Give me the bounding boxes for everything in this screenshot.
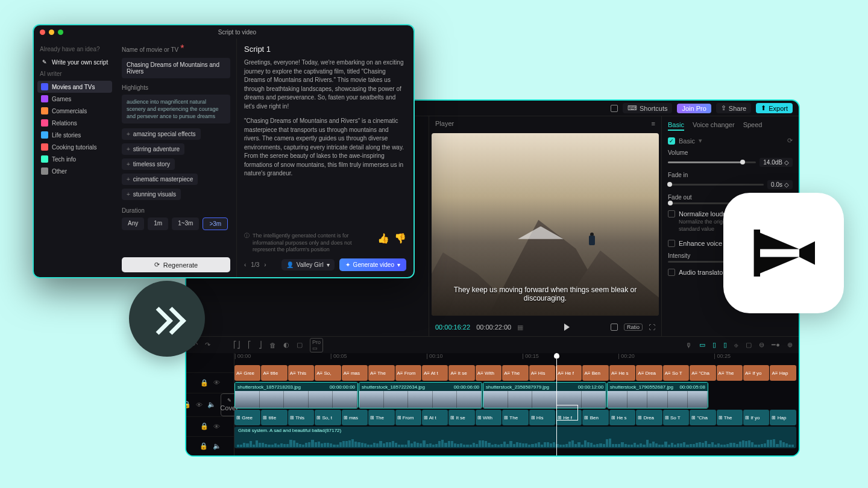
player-menu-icon[interactable]: ≡ bbox=[652, 120, 655, 127]
write-own-script[interactable]: ✎Write your own script bbox=[37, 56, 112, 68]
voice-select[interactable]: 👤 Valley Girl ▾ bbox=[281, 259, 335, 271]
caption-clip[interactable]: ⊞ He s bbox=[609, 410, 635, 425]
audio-clip[interactable]: Ghibli system. A sad and beautiful balla… bbox=[234, 427, 796, 448]
mute-icon[interactable]: 🔈 bbox=[213, 442, 221, 450]
text-clip[interactable]: A≡ mas bbox=[342, 365, 368, 381]
shortcuts-button[interactable]: ⌨ Shortcuts bbox=[623, 103, 672, 113]
generate-video-button[interactable]: Generate video ▾ bbox=[339, 258, 406, 271]
minimize-icon[interactable] bbox=[49, 30, 54, 35]
highlight-tag[interactable]: amazing special effects bbox=[122, 128, 201, 140]
normalize-checkbox[interactable] bbox=[668, 210, 675, 217]
link-icon[interactable]: ⎆ bbox=[734, 342, 738, 349]
video-clip[interactable]: shutterstock_2358587979.jpg00:00:12:00 bbox=[483, 382, 606, 408]
duration-option[interactable]: Any bbox=[122, 217, 144, 230]
lock-icon[interactable]: 🔒 bbox=[200, 379, 209, 387]
fadein-value[interactable]: 0.0s ◇ bbox=[767, 180, 793, 189]
caption-clip[interactable]: ⊞ Hap bbox=[770, 410, 796, 425]
text-clip[interactable]: A≡ Drea bbox=[636, 365, 662, 381]
text-clip[interactable]: A≡ Gree bbox=[234, 365, 260, 381]
caption-clip[interactable]: ⊞ At t bbox=[422, 410, 448, 425]
text-clip[interactable]: A≡ The bbox=[717, 365, 743, 381]
play-button[interactable] bbox=[564, 324, 570, 331]
close-icon[interactable] bbox=[40, 30, 45, 35]
text-clip[interactable]: A≡ It se bbox=[448, 365, 474, 381]
sidebar-item-tech[interactable]: Tech info bbox=[37, 153, 112, 165]
caption-clip[interactable]: ⊞ This bbox=[288, 410, 314, 425]
sidebar-item-cooking[interactable]: Cooking tutorials bbox=[37, 141, 112, 153]
text-clip[interactable]: A≡ "Cha bbox=[690, 365, 715, 381]
thumbs-down-icon[interactable]: 👎 bbox=[394, 233, 406, 244]
text-clip[interactable]: A≡ He s bbox=[609, 365, 635, 381]
mic-icon[interactable]: 🎙 bbox=[685, 342, 692, 349]
tool-icon-1[interactable]: ◐ bbox=[283, 341, 289, 349]
trim-left-icon[interactable]: ⎡ bbox=[248, 341, 251, 349]
timeline-tracks[interactable]: | 00:00| 00:05| 00:10| 00:15| 00:20| 00:… bbox=[234, 353, 799, 457]
lock-icon[interactable]: 🔒 bbox=[200, 422, 209, 430]
snap-icon[interactable]: ▭ bbox=[699, 341, 705, 349]
caption-clip[interactable]: ⊞ The bbox=[502, 410, 528, 425]
text-clip[interactable]: A≡ The bbox=[502, 365, 528, 381]
text-clip[interactable]: A≡ If yo bbox=[743, 365, 769, 381]
track-icon-1[interactable]: ▯ bbox=[712, 341, 716, 349]
sidebar-item-games[interactable]: Games bbox=[37, 93, 112, 105]
tool-icon-2[interactable]: ▢ bbox=[297, 341, 303, 349]
delete-icon[interactable]: 🗑 bbox=[269, 342, 276, 349]
tab-voice-changer[interactable]: Voice changer bbox=[693, 121, 735, 131]
basic-checkbox[interactable]: ✓ bbox=[668, 137, 675, 145]
fadein-slider[interactable] bbox=[668, 184, 764, 186]
caption-clip[interactable]: ⊞ His bbox=[529, 410, 555, 425]
mute-icon[interactable]: 🔈 bbox=[207, 401, 216, 408]
sidebar-item-movies[interactable]: Movies and TVs bbox=[37, 81, 112, 93]
reset-icon[interactable]: ⟳ bbox=[787, 137, 793, 145]
text-clip[interactable]: A≡ His bbox=[529, 365, 555, 381]
sidebar-item-other[interactable]: Other bbox=[37, 165, 112, 177]
caption-clip[interactable]: ⊞ The bbox=[717, 410, 743, 425]
movie-name-input[interactable]: Chasing Dreams of Mountains and Rivers bbox=[122, 58, 230, 78]
auto-caption-icon[interactable]: Pro▭ bbox=[310, 338, 323, 352]
next-script-icon[interactable]: › bbox=[264, 261, 266, 268]
highlight-tag[interactable]: stunning visuals bbox=[122, 189, 181, 200]
highlight-tag[interactable]: cinematic masterpiece bbox=[122, 174, 198, 185]
text-clip[interactable]: A≡ So T bbox=[663, 365, 689, 381]
track-icon-2[interactable]: ▯ bbox=[723, 341, 727, 349]
ratio-button[interactable]: Ratio bbox=[624, 324, 643, 331]
lock-icon[interactable]: 🔒 bbox=[185, 401, 191, 408]
caption-clip[interactable]: ⊞ Ben bbox=[582, 410, 608, 425]
caption-clip[interactable]: ⊞ "Cha bbox=[690, 410, 715, 425]
caption-clip[interactable]: ⊞ The bbox=[368, 410, 394, 425]
duration-option[interactable]: 1~3m bbox=[172, 217, 199, 230]
text-clip[interactable]: A≡ This bbox=[288, 365, 314, 381]
split-icon[interactable]: ⎡⎦ bbox=[233, 341, 241, 349]
eye-icon[interactable]: 👁 bbox=[213, 379, 220, 386]
redo-icon[interactable]: ↷ bbox=[205, 341, 210, 349]
sidebar-item-commercials[interactable]: Commercials bbox=[37, 105, 112, 117]
selection-box[interactable] bbox=[556, 405, 578, 421]
tab-speed[interactable]: Speed bbox=[743, 121, 763, 131]
regenerate-button[interactable]: ⟳ Regenerate bbox=[122, 257, 230, 272]
sidebar-item-life[interactable]: Life stories bbox=[37, 129, 112, 141]
text-clip[interactable]: A≡ The bbox=[368, 365, 394, 381]
caption-clip[interactable]: ⊞ It se bbox=[448, 410, 474, 425]
caption-clip[interactable]: ⊞ So, t bbox=[315, 410, 341, 425]
aspect-icon[interactable] bbox=[611, 105, 618, 112]
eye-icon[interactable]: 👁 bbox=[196, 401, 203, 408]
volume-value[interactable]: 14.0dB ◇ bbox=[760, 158, 793, 167]
duration-option[interactable]: >3m bbox=[203, 217, 228, 230]
caption-clip[interactable]: ⊞ title bbox=[261, 410, 287, 425]
volume-slider[interactable] bbox=[668, 161, 756, 163]
video-clip[interactable]: shutterstock_1857218203.jpg00:00:00:00 bbox=[234, 382, 358, 408]
export-button[interactable]: ⬆ Export bbox=[756, 103, 793, 113]
text-clip[interactable]: A≡ With bbox=[476, 365, 502, 381]
text-clip[interactable]: A≡ title bbox=[261, 365, 287, 381]
zoom-slider[interactable]: ━● bbox=[772, 341, 780, 349]
highlights-preview[interactable]: audience into magnificent natural scener… bbox=[122, 95, 230, 124]
duration-option[interactable]: 1m bbox=[148, 217, 168, 230]
highlight-tag[interactable]: timeless story bbox=[122, 158, 175, 170]
prev-script-icon[interactable]: ‹ bbox=[244, 261, 246, 268]
enhance-checkbox[interactable] bbox=[668, 240, 675, 247]
join-pro-button[interactable]: Join Pro bbox=[677, 104, 711, 113]
caption-clip[interactable]: ⊞ Drea bbox=[636, 410, 662, 425]
caption-clip[interactable]: ⊞ Gree bbox=[234, 410, 260, 425]
text-clip[interactable]: A≡ Hap bbox=[770, 365, 796, 381]
video-clip[interactable]: shutterstock_1857222634.jpg00:00:06:00 bbox=[359, 382, 482, 408]
